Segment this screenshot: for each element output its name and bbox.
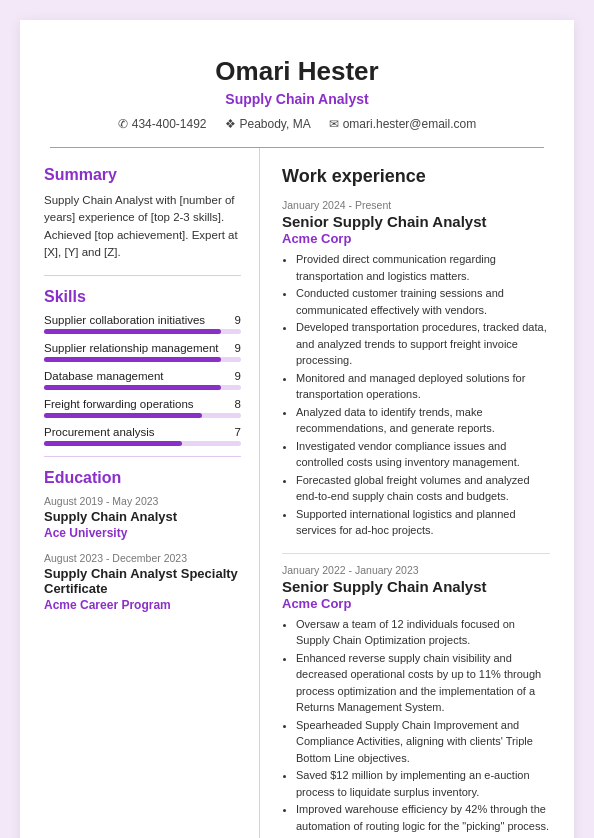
skill-label: Database management (44, 370, 164, 382)
skill-item: Freight forwarding operations 8 (44, 398, 241, 418)
work-bullet: Provided direct communication regarding … (296, 251, 550, 284)
skill-bar-fill (44, 357, 221, 362)
resume-container: Omari Hester Supply Chain Analyst ✆ 434-… (20, 20, 574, 838)
skill-item: Supplier collaboration initiatives 9 (44, 314, 241, 334)
work-bullet: Developed transportation procedures, tra… (296, 319, 550, 369)
header: Omari Hester Supply Chain Analyst ✆ 434-… (20, 56, 574, 147)
skill-item: Procurement analysis 7 (44, 426, 241, 446)
skill-label: Freight forwarding operations (44, 398, 194, 410)
skill-item: Database management 9 (44, 370, 241, 390)
location-icon: ❖ (225, 117, 236, 131)
summary-text: Supply Chain Analyst with [number of yea… (44, 192, 241, 261)
email-icon: ✉ (329, 117, 339, 131)
summary-title: Summary (44, 166, 241, 184)
skills-divider (44, 456, 241, 457)
work-bullet: Enhanced reverse supply chain visibility… (296, 650, 550, 716)
work-experience-title: Work experience (282, 166, 550, 187)
work-role: Senior Supply Chain Analyst (282, 213, 550, 230)
education-list: August 2019 - May 2023 Supply Chain Anal… (44, 495, 241, 612)
candidate-name: Omari Hester (50, 56, 544, 87)
skill-score: 9 (235, 314, 241, 326)
skills-section: Skills Supplier collaboration initiative… (44, 288, 241, 446)
edu-institution: Ace University (44, 526, 241, 540)
skill-item: Supplier relationship management 9 (44, 342, 241, 362)
skill-bar-bg (44, 385, 241, 390)
left-column: Summary Supply Chain Analyst with [numbe… (20, 148, 260, 838)
work-item: January 2022 - January 2023 Senior Suppl… (282, 564, 550, 835)
edu-dates: August 2023 - December 2023 (44, 552, 241, 564)
right-column: Work experience January 2024 - Present S… (260, 148, 574, 838)
education-section: Education August 2019 - May 2023 Supply … (44, 469, 241, 612)
edu-degree: Supply Chain Analyst (44, 509, 241, 524)
email-address: omari.hester@email.com (343, 117, 477, 131)
skill-bar-bg (44, 329, 241, 334)
edu-degree: Supply Chain Analyst Specialty Certifica… (44, 566, 241, 596)
location-contact: ❖ Peabody, MA (225, 117, 311, 131)
skill-label: Supplier collaboration initiatives (44, 314, 205, 326)
phone-number: 434-400-1492 (132, 117, 207, 131)
skill-bar-fill (44, 385, 221, 390)
contact-info: ✆ 434-400-1492 ❖ Peabody, MA ✉ omari.hes… (50, 117, 544, 131)
work-company: Acme Corp (282, 231, 550, 246)
skill-bar-fill (44, 441, 182, 446)
work-bullet: Analyzed data to identify trends, make r… (296, 404, 550, 437)
skill-bar-bg (44, 357, 241, 362)
work-bullet: Supported international logistics and pl… (296, 506, 550, 539)
work-bullet: Conducted customer training sessions and… (296, 285, 550, 318)
summary-section: Summary Supply Chain Analyst with [numbe… (44, 166, 241, 261)
work-bullet: Saved $12 million by implementing an e-a… (296, 767, 550, 800)
work-bullet: Forecasted global freight volumes and an… (296, 472, 550, 505)
edu-institution: Acme Career Program (44, 598, 241, 612)
work-list: January 2024 - Present Senior Supply Cha… (282, 199, 550, 838)
skill-bar-bg (44, 413, 241, 418)
edu-dates: August 2019 - May 2023 (44, 495, 241, 507)
skill-label: Supplier relationship management (44, 342, 219, 354)
skills-title: Skills (44, 288, 241, 306)
education-item: August 2019 - May 2023 Supply Chain Anal… (44, 495, 241, 540)
education-title: Education (44, 469, 241, 487)
main-content: Summary Supply Chain Analyst with [numbe… (20, 148, 574, 838)
summary-divider (44, 275, 241, 276)
work-bullet: Oversaw a team of 12 individuals focused… (296, 616, 550, 649)
skill-score: 7 (235, 426, 241, 438)
skill-bar-fill (44, 329, 221, 334)
work-bullet: Improved warehouse efficiency by 42% thr… (296, 801, 550, 834)
education-item: August 2023 - December 2023 Supply Chain… (44, 552, 241, 612)
skills-list: Supplier collaboration initiatives 9 Sup… (44, 314, 241, 446)
work-bullets: Oversaw a team of 12 individuals focused… (282, 616, 550, 835)
skill-bar-bg (44, 441, 241, 446)
skill-label: Procurement analysis (44, 426, 155, 438)
phone-contact: ✆ 434-400-1492 (118, 117, 207, 131)
work-dates: January 2024 - Present (282, 199, 550, 211)
work-item: January 2024 - Present Senior Supply Cha… (282, 199, 550, 539)
work-divider (282, 553, 550, 554)
skill-score: 8 (235, 398, 241, 410)
work-role: Senior Supply Chain Analyst (282, 578, 550, 595)
skill-score: 9 (235, 342, 241, 354)
work-bullet: Investigated vendor compliance issues an… (296, 438, 550, 471)
phone-icon: ✆ (118, 117, 128, 131)
skill-score: 9 (235, 370, 241, 382)
work-dates: January 2022 - January 2023 (282, 564, 550, 576)
email-contact: ✉ omari.hester@email.com (329, 117, 477, 131)
skill-bar-fill (44, 413, 202, 418)
candidate-title: Supply Chain Analyst (50, 91, 544, 107)
work-bullets: Provided direct communication regarding … (282, 251, 550, 539)
location-text: Peabody, MA (240, 117, 311, 131)
work-bullet: Monitored and managed deployed solutions… (296, 370, 550, 403)
work-bullet: Spearheaded Supply Chain Improvement and… (296, 717, 550, 767)
work-company: Acme Corp (282, 596, 550, 611)
